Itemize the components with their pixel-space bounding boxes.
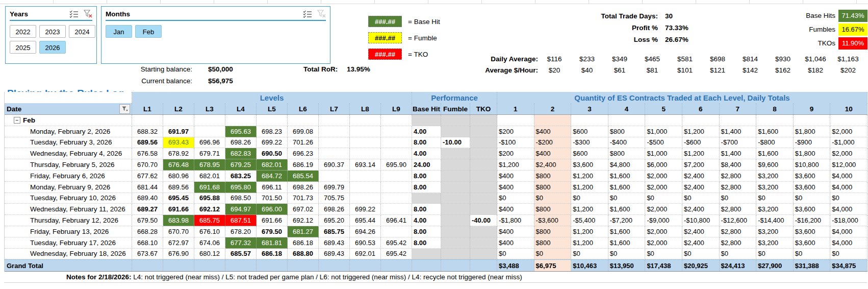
grand-total-qty-cell[interactable]: $31,388: [794, 260, 831, 271]
perf-cell[interactable]: 8.00: [412, 182, 441, 193]
level-cell[interactable]: 690.37: [319, 159, 350, 171]
level-cell[interactable]: [257, 115, 288, 126]
level-cell[interactable]: 697.02: [288, 204, 319, 215]
level-cell[interactable]: [350, 171, 381, 182]
level-cell[interactable]: 686.19: [288, 159, 319, 171]
qty-cell[interactable]: [571, 115, 608, 126]
qty-cell[interactable]: $2,400: [682, 237, 720, 249]
year-button-2022[interactable]: 2022: [10, 25, 36, 38]
level-cell[interactable]: 676.10: [194, 226, 225, 237]
perf-cell[interactable]: [441, 237, 470, 249]
level-cell[interactable]: 676.48: [163, 159, 194, 171]
qty-cell[interactable]: $1,800: [794, 148, 831, 159]
level-cell[interactable]: 670.70: [163, 226, 194, 237]
level-cell[interactable]: 696.41: [381, 215, 412, 226]
qty-cell[interactable]: $1,600: [608, 226, 646, 237]
grand-total-qty-cell[interactable]: $34,875: [830, 260, 867, 271]
level-cell[interactable]: 684.72: [257, 171, 288, 182]
level-cell[interactable]: 677.62: [132, 171, 163, 182]
qty-cell[interactable]: $0: [682, 193, 720, 204]
date-cell[interactable]: Friday, February 13, 2026: [5, 226, 132, 237]
qty-cell[interactable]: $1,200: [571, 171, 608, 182]
qty-cell[interactable]: $2,800: [720, 226, 757, 237]
level-cell[interactable]: 695.44: [350, 215, 381, 226]
qty-cell[interactable]: -$300: [571, 137, 608, 149]
clear-filter-icon[interactable]: [84, 10, 92, 18]
qty-cell[interactable]: [608, 115, 646, 126]
perf-cell[interactable]: [470, 148, 497, 159]
grand-total-qty-cell[interactable]: $27,900: [756, 260, 794, 271]
level-cell[interactable]: 688.80: [288, 249, 319, 260]
level-cell[interactable]: 698.26: [288, 182, 319, 193]
qty-cell[interactable]: $400: [534, 148, 572, 159]
perf-cell[interactable]: [441, 226, 470, 237]
perf-cell[interactable]: [470, 137, 497, 149]
perf-cell[interactable]: [470, 226, 497, 237]
qty-cell[interactable]: $0: [608, 249, 646, 260]
level-cell[interactable]: 690.53: [350, 237, 381, 249]
qty-cell[interactable]: $0: [830, 249, 867, 260]
qty-cell[interactable]: $2,000: [645, 226, 682, 237]
level-cell[interactable]: 689.43: [319, 249, 350, 260]
qty-cell[interactable]: -$5,400: [571, 215, 608, 226]
level-cell[interactable]: 694.97: [225, 204, 257, 215]
level-cell[interactable]: 680.96: [163, 171, 194, 182]
date-cell[interactable]: Friday, February 6, 2026: [5, 171, 132, 182]
grand-total-qty-cell[interactable]: $24,413: [720, 260, 757, 271]
level-cell[interactable]: 668.10: [132, 237, 163, 249]
qty-cell[interactable]: $800: [534, 182, 572, 193]
date-cell[interactable]: Thursday, February 12, 2026: [5, 215, 132, 226]
perf-cell[interactable]: 4.00: [412, 215, 441, 226]
qty-cell[interactable]: $0: [497, 193, 534, 204]
level-cell[interactable]: 685.75: [194, 215, 225, 226]
qty-cell[interactable]: $0: [645, 249, 682, 260]
level-cell[interactable]: [319, 148, 350, 159]
perf-cell[interactable]: [441, 148, 470, 159]
level-cell[interactable]: 696.96: [194, 137, 225, 149]
date-cell[interactable]: Wednesday, February 11, 2026: [5, 204, 132, 215]
qty-cell[interactable]: -$400: [608, 137, 646, 149]
qty-cell[interactable]: $0: [571, 193, 608, 204]
level-cell[interactable]: 681.81: [257, 237, 288, 249]
level-cell[interactable]: 680.12: [194, 249, 225, 260]
qty-cell[interactable]: $1,200: [682, 126, 720, 137]
qty-cell[interactable]: $0: [720, 249, 757, 260]
level-cell[interactable]: [381, 171, 412, 182]
qty-cell[interactable]: -$12,600: [720, 215, 757, 226]
level-cell[interactable]: [350, 148, 381, 159]
qty-cell[interactable]: $2,800: [720, 237, 757, 249]
level-cell[interactable]: 695.88: [194, 193, 225, 204]
perf-cell[interactable]: [470, 204, 497, 215]
level-cell[interactable]: [319, 126, 350, 137]
level-cell[interactable]: 679.50: [132, 215, 163, 226]
grand-total-cell[interactable]: [350, 260, 381, 271]
perf-cell[interactable]: [470, 249, 497, 260]
level-cell[interactable]: [381, 148, 412, 159]
level-cell[interactable]: [225, 115, 257, 126]
level-cell[interactable]: 689.40: [132, 193, 163, 204]
level-cell[interactable]: 668.28: [132, 226, 163, 237]
perf-cell[interactable]: 4.00: [412, 126, 441, 137]
grand-total-cell[interactable]: [381, 260, 412, 271]
level-cell[interactable]: 691.66: [257, 215, 288, 226]
qty-cell[interactable]: $2,400: [682, 182, 720, 193]
perf-cell[interactable]: [470, 193, 497, 204]
qty-cell[interactable]: $4,800: [608, 159, 646, 171]
perf-cell[interactable]: [412, 249, 441, 260]
level-cell[interactable]: 696.00: [257, 204, 288, 215]
qty-cell[interactable]: [756, 115, 794, 126]
level-cell[interactable]: 692.12: [194, 204, 225, 215]
level-cell[interactable]: 699.08: [288, 126, 319, 137]
qty-cell[interactable]: $3,600: [794, 204, 831, 215]
perf-cell[interactable]: [441, 159, 470, 171]
level-cell[interactable]: 688.32: [132, 126, 163, 137]
qty-cell[interactable]: $3,600: [794, 237, 831, 249]
level-cell[interactable]: 683.25: [225, 171, 257, 182]
qty-cell[interactable]: $800: [534, 204, 572, 215]
level-cell[interactable]: 687.51: [225, 215, 257, 226]
level-cell[interactable]: [381, 115, 412, 126]
qty-cell[interactable]: $1,600: [608, 171, 646, 182]
level-cell[interactable]: [163, 115, 194, 126]
level-cell[interactable]: 695.80: [225, 182, 257, 193]
qty-cell[interactable]: $3,200: [756, 226, 794, 237]
